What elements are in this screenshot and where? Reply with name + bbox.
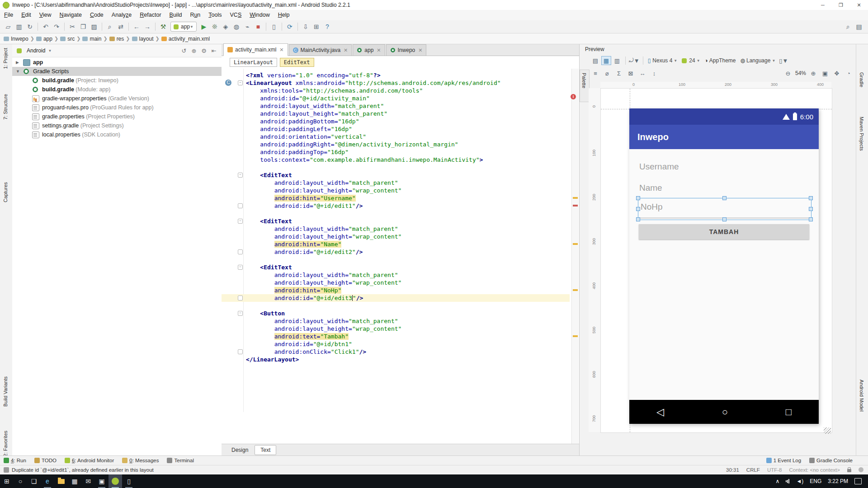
code-line-37[interactable]: android:onClick="Click1"/> [246,348,366,356]
code-line-33[interactable]: android:layout_width="match_parent" [246,317,398,325]
toolwindow-terminal[interactable]: Terminal [167,458,193,463]
code-line-8[interactable]: android:paddingLeft="16dp" [246,125,352,133]
code-line-20[interactable]: <EditText [246,217,292,225]
gradle-sync-icon[interactable]: ⟳ [284,22,295,32]
maximize-button[interactable]: ❐ [832,0,850,10]
build-hammer-icon[interactable]: ⚒ [158,22,169,32]
toolwindow-4-run[interactable]: 4: Run [4,458,26,463]
palette-tab[interactable]: Palette [580,70,590,102]
language-selector[interactable]: ◍ Language▼ [741,57,776,64]
tree-item-build-gradle[interactable]: build.gradle (Module: app) [12,85,222,94]
android-studio-icon[interactable] [108,474,122,488]
code-line-22[interactable]: android:layout_height="wrap_content" [246,233,401,240]
tree-item-proguard-rules-pro[interactable]: proguard-rules.pro (ProGuard Rules for a… [12,103,222,112]
warning-stripe-mark[interactable] [573,335,578,337]
editor-tab-app[interactable]: app✕ [353,44,385,56]
close-tab-icon[interactable]: ✕ [344,47,348,53]
fold-region-start-icon[interactable]: − [238,265,243,270]
project-view-selector[interactable]: Android [27,47,45,54]
tree-item-gradle-scripts[interactable]: ▼Gradle Scripts [12,67,222,76]
expand-horizontal-icon[interactable]: ↔ [637,69,648,78]
redo-icon[interactable]: ↷ [51,22,62,32]
selection-handle[interactable] [636,196,640,200]
menu-build[interactable]: Build [165,10,186,20]
network-icon[interactable] [786,479,790,484]
fold-region-end-icon[interactable] [238,249,243,254]
menu-help[interactable]: Help [274,10,294,20]
search-everywhere-icon[interactable]: ⌕ [843,22,854,32]
close-tab-icon[interactable]: ✕ [279,47,283,53]
code-line-9[interactable]: android:orientation="vertical" [246,133,366,141]
warning-stripe-mark[interactable] [573,243,578,245]
device-frame-icon[interactable]: ▯▼ [778,56,789,65]
run-icon[interactable]: ▶ [198,22,209,32]
breadcrumb-chip-linearlayout[interactable]: LinearLayout [230,58,277,67]
fold-region-start-icon[interactable]: − [238,219,243,224]
zoom-in-icon[interactable]: ⊕ [807,69,819,78]
fold-region-start-icon[interactable]: − [238,311,243,316]
tree-item-gradle-properties[interactable]: gradle.properties (Project Properties) [12,112,222,121]
code-line-14[interactable]: <EditText [246,171,292,179]
editor-tab-inwepo[interactable]: Inwepo✕ [386,44,427,56]
clear-icon[interactable]: ⊠ [625,69,637,78]
notifications-bell-icon[interactable]: ◔ [843,69,854,78]
toolwindow-1-event-log[interactable]: 1 Event Log [766,458,801,463]
coverage-icon[interactable]: ◈ [220,22,231,32]
menu-vcs[interactable]: VCS [226,10,246,20]
close-tab-icon[interactable]: ✕ [418,47,422,53]
code-line-17[interactable]: android:hint="Username" [246,194,356,202]
stripe-tab-1-project[interactable]: 1: Project [3,48,8,69]
code-line-36[interactable]: android:id="@+id/btn1" [246,340,352,348]
selection-handle[interactable] [636,207,640,211]
taskbar-clock[interactable]: 3:22 PM [828,478,848,484]
line-ending-indicator[interactable]: CRLF [746,467,760,473]
preview-resize-handle[interactable] [824,427,831,434]
menu-run[interactable]: Run [186,10,204,20]
toolwindow-todo[interactable]: TODO [34,458,57,463]
code-line-3[interactable]: xmlns:tools="http://schemas.android.com/… [246,87,423,94]
stripe-tab-captures[interactable]: Captures [3,182,8,202]
device-icon[interactable]: ▯ [122,474,136,488]
error-stripe-mark[interactable] [573,205,578,206]
tab-text[interactable]: Text [255,445,276,455]
layout-grid-icon[interactable]: ▦ [601,56,611,65]
back-icon[interactable]: ← [131,22,142,32]
breadcrumb-layout[interactable]: layout [132,36,154,42]
mail-icon[interactable]: ✉ [81,474,95,488]
switch-view-icon[interactable]: ↺ [179,47,189,54]
code-line-35[interactable]: android:text="Tambah" [246,333,349,340]
stripe-tab-2-favorites[interactable]: 2: Favorites [3,431,8,456]
properties-icon[interactable]: ≡ [590,69,601,78]
strike-icon[interactable]: ⌀ [601,69,613,78]
tree-item-local-properties[interactable]: local.properties (SDK Location) [12,130,222,139]
minimize-button[interactable]: ─ [814,0,832,10]
name-field-hint[interactable]: Name [639,183,662,193]
selection-handle[interactable] [722,196,726,200]
nav-recents-icon[interactable]: □ [786,406,792,418]
tool-window-layout-icon[interactable]: ▤ [854,22,864,32]
breadcrumb-chip-edittext[interactable]: EditText [280,58,314,67]
sync-icon[interactable]: ↻ [24,22,35,32]
zoom-fit-icon[interactable]: ▣ [819,69,831,78]
selection-handle[interactable] [809,196,813,200]
fold-region-start-icon[interactable]: − [238,80,243,85]
username-field-hint[interactable]: Username [639,162,679,172]
task-view-button[interactable]: ❏ [27,474,41,488]
file-explorer-icon[interactable] [54,474,68,488]
code-line-28[interactable]: android:layout_height="wrap_content" [246,279,401,286]
selection-handle[interactable] [636,217,640,221]
code-line-12[interactable]: tools:context="com.example.abifirmandhan… [246,156,483,164]
open-icon[interactable]: ▱ [3,22,14,32]
attach-debugger-icon[interactable]: ⌁ [242,22,253,32]
avd-manager-icon[interactable]: ▯ [269,22,279,32]
theme-selector[interactable]: ◑ AppTheme [705,57,736,64]
stripe-tab-maven-projects[interactable]: Maven Projects [859,117,864,151]
breadcrumb-app[interactable]: app [36,36,52,42]
selection-handle[interactable] [809,207,813,211]
editor-tab-mainactivity-java[interactable]: CMainActivity.java✕ [289,44,352,56]
status-message[interactable]: Duplicate id `@+id/edit1`, already defin… [12,467,154,473]
menu-edit[interactable]: Edit [17,10,35,20]
code-line-29[interactable]: android:hint="NoHp" [246,286,341,294]
api-level-selector[interactable]: 24▼ [682,57,700,64]
code-line-30[interactable]: android:id="@+id/edit3"/> [246,294,363,302]
